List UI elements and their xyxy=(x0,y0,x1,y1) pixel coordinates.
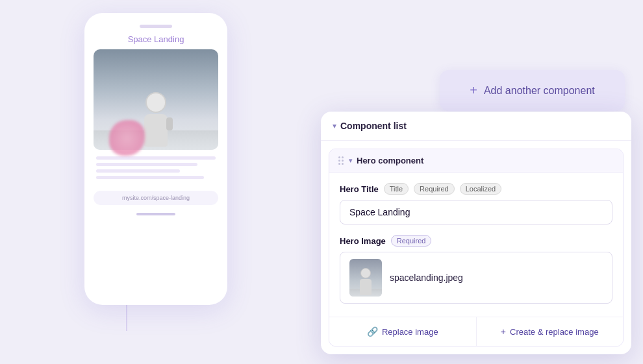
thumb-astronaut xyxy=(360,268,372,295)
drag-dot xyxy=(338,156,340,158)
panel-header: ▾ Component list xyxy=(321,112,631,141)
panel-arrow-icon: ▾ xyxy=(333,121,336,130)
image-thumbnail xyxy=(349,259,382,297)
field-label-row: Hero Title Title Required Localized xyxy=(340,183,612,195)
hero-section-header[interactable]: ▾ Hero component xyxy=(329,149,623,173)
add-component-button[interactable]: + Add another component xyxy=(440,70,625,111)
tag-title: Title xyxy=(384,183,409,195)
phone-home-indicator-row xyxy=(94,213,218,215)
add-component-label: Add another component xyxy=(484,85,595,97)
drag-dot xyxy=(338,163,340,165)
drag-dot xyxy=(342,160,344,162)
image-filename: spacelanding.jpeg xyxy=(390,273,463,283)
replace-image-button[interactable]: 🔗 Replace image xyxy=(329,317,477,346)
drag-handle-icon xyxy=(338,156,344,165)
hero-image-label: Hero Image xyxy=(340,236,386,246)
drag-dot xyxy=(342,156,344,158)
hero-chevron-icon: ▾ xyxy=(349,156,353,165)
replace-image-label: Replace image xyxy=(382,327,438,337)
image-display-box[interactable]: spacelanding.jpeg xyxy=(340,252,612,304)
tag-localized: Localized xyxy=(460,183,501,195)
thumb-helmet xyxy=(360,268,371,278)
hero-body: Hero Title Title Required Localized Hero… xyxy=(329,173,623,317)
hero-title-label: Hero Title xyxy=(340,184,379,194)
create-replace-icon: + xyxy=(501,326,506,337)
phone-url-bar: mysite.com/space-landing xyxy=(94,191,218,205)
phone-title: Space Landing xyxy=(94,34,218,44)
text-line-1 xyxy=(96,156,216,160)
drag-dot xyxy=(342,163,344,165)
text-line-4 xyxy=(96,176,204,179)
drag-dot-row-1 xyxy=(338,156,344,158)
thumb-suit xyxy=(360,279,372,295)
drag-dot-row-3 xyxy=(338,163,344,165)
hero-image-field: Hero Image Required spacelanding.jpeg xyxy=(340,235,612,304)
hero-title-input[interactable] xyxy=(340,200,612,224)
astronaut-suit xyxy=(144,114,168,147)
image-field-label-row: Hero Image Required xyxy=(340,235,612,247)
create-replace-image-button[interactable]: + Create & replace image xyxy=(477,317,624,346)
phone-text-lines xyxy=(94,156,218,179)
tag-image-required: Required xyxy=(391,235,432,247)
component-list-title: Component list xyxy=(340,121,407,131)
tag-required: Required xyxy=(414,183,455,195)
phone-status-bar xyxy=(94,25,218,28)
text-line-3 xyxy=(96,169,180,173)
bottom-buttons-row: 🔗 Replace image + Create & replace image xyxy=(329,317,623,346)
plus-icon: + xyxy=(470,83,477,98)
create-replace-label: Create & replace image xyxy=(510,327,599,337)
hero-title-field: Hero Title Title Required Localized xyxy=(340,183,612,224)
astronaut-helmet xyxy=(145,92,166,113)
replace-image-icon: 🔗 xyxy=(367,326,378,337)
astronaut-pack xyxy=(166,117,173,130)
phone-home-indicator xyxy=(136,213,175,215)
phone-notch xyxy=(140,25,172,28)
text-line-2 xyxy=(96,163,197,166)
astronaut-figure xyxy=(144,92,168,147)
drag-dot-row-2 xyxy=(338,160,344,162)
drag-dot xyxy=(338,160,340,162)
phone-mockup: Space Landing mysite.com/space-landing xyxy=(84,13,227,305)
main-panel: ▾ Component list ▾ Hero xyxy=(321,112,631,354)
blob-decoration xyxy=(109,120,145,156)
hero-section-title: Hero component xyxy=(357,156,423,165)
hero-section: ▾ Hero component Hero Title Title Requir… xyxy=(329,149,624,346)
